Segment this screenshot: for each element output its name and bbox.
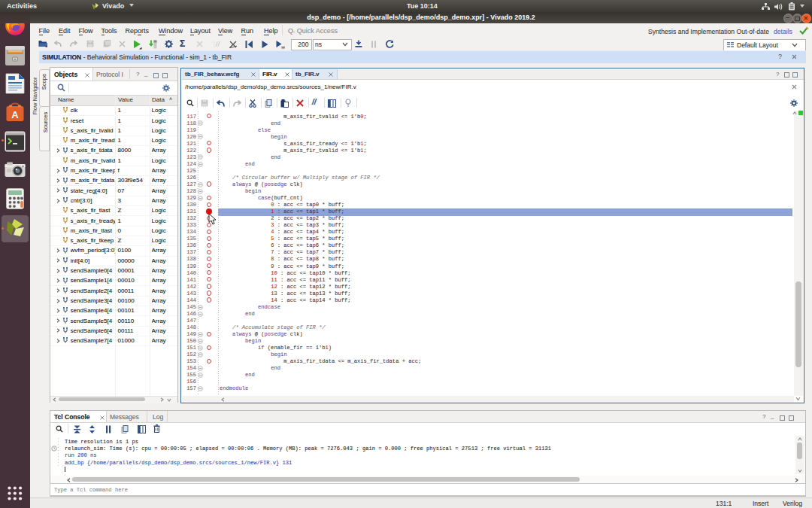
svg-text:A: A [11, 109, 19, 120]
